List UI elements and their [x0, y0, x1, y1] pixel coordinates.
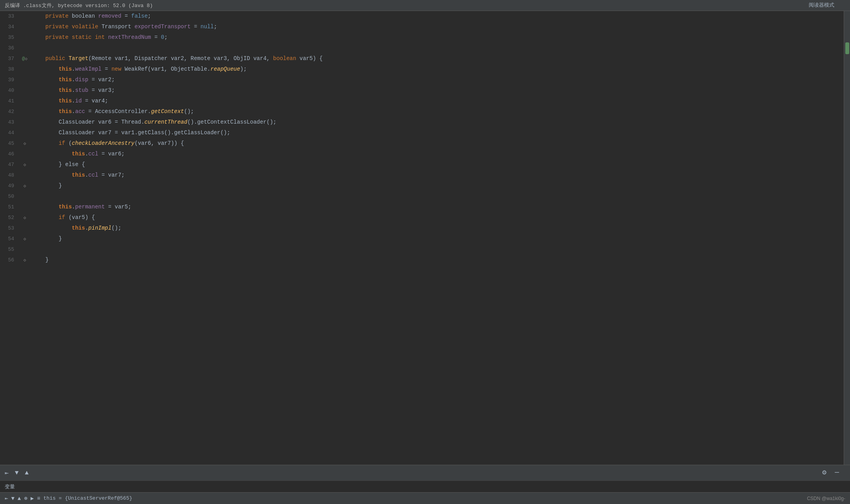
- debug-label: 变量: [5, 483, 15, 490]
- line-number: 53: [0, 225, 19, 231]
- gutter: ◇: [19, 183, 31, 188]
- code-line: 37@◇ public Target(Remote var1, Dispatch…: [0, 53, 850, 64]
- code-line: 33 private boolean removed = false;: [0, 11, 850, 22]
- toolbar-icon-1[interactable]: ⇤: [5, 469, 9, 477]
- code-line: 55: [0, 244, 850, 255]
- toolbar-icon-settings[interactable]: ⚙: [822, 468, 826, 477]
- code-line: 40 this.stub = var3;: [0, 85, 850, 96]
- fold-icon[interactable]: ◇: [24, 162, 26, 167]
- status-icon-5[interactable]: ▶: [31, 495, 34, 502]
- code-content: this.ccl = var7;: [31, 170, 850, 181]
- code-content: private static int nextThreadNum = 0;: [31, 32, 850, 43]
- bottom-toolbar: ⇤ ▼ ▲ ⚙ ─: [0, 465, 850, 480]
- code-line: 53 this.pinImpl();: [0, 223, 850, 234]
- code-content: this.pinImpl();: [31, 223, 850, 234]
- line-number: 47: [0, 162, 19, 168]
- code-line: 56◇ }: [0, 255, 850, 265]
- title-text: 反编译 .class文件, bytecode version: 52.0 (Ja…: [5, 2, 153, 9]
- line-number: 33: [0, 13, 19, 19]
- code-content: public Target(Remote var1, Dispatcher va…: [31, 53, 850, 64]
- status-user-text: CSDN @wa1ki0g-: [807, 496, 845, 501]
- line-number: 49: [0, 183, 19, 189]
- code-line: 54◇ }: [0, 234, 850, 244]
- gutter: ◇: [19, 215, 31, 220]
- code-content: this.permanent = var5;: [31, 202, 850, 212]
- gutter: ◇: [19, 257, 31, 263]
- code-line: 46 this.ccl = var6;: [0, 149, 850, 159]
- gutter: ◇: [19, 141, 31, 146]
- fold-icon[interactable]: ◇: [25, 56, 27, 61]
- code-line: 41 this.id = var4;: [0, 96, 850, 106]
- line-number: 42: [0, 109, 19, 115]
- line-number: 45: [0, 141, 19, 146]
- status-bar: ⇤ ▼ ▲ ⊕ ▶ ≡ this = {UnicastServerRef@565…: [0, 492, 850, 504]
- line-number: 48: [0, 172, 19, 178]
- line-number: 37: [0, 56, 19, 62]
- toolbar-icon-2[interactable]: ▼: [15, 469, 19, 477]
- code-line: 47◇ } else {: [0, 159, 850, 170]
- code-line: 36: [0, 43, 850, 53]
- breakpoint-icon[interactable]: @: [22, 56, 25, 62]
- gutter: ◇: [19, 162, 31, 167]
- line-number: 55: [0, 247, 19, 252]
- scrollbar[interactable]: [844, 11, 850, 465]
- gutter: @◇: [19, 56, 31, 62]
- fold-icon[interactable]: ◇: [24, 215, 26, 220]
- code-content: }: [31, 255, 850, 265]
- fold-icon[interactable]: ◇: [24, 257, 26, 263]
- code-content: ClassLoader var6 = Thread.currentThread(…: [31, 117, 850, 128]
- status-left: ⇤ ▼ ▲ ⊕ ▶ ≡ this = {UnicastServerRef@565…: [5, 495, 132, 502]
- code-line: 52◇ if (var5) {: [0, 212, 850, 223]
- status-right: CSDN @wa1ki0g-: [807, 496, 845, 501]
- line-number: 43: [0, 119, 19, 125]
- code-line: 39 this.disp = var2;: [0, 75, 850, 85]
- code-line: 35 private static int nextThreadNum = 0;: [0, 32, 850, 43]
- line-number: 41: [0, 98, 19, 104]
- line-number: 38: [0, 66, 19, 72]
- fold-icon[interactable]: ◇: [24, 141, 26, 146]
- code-content: this.acc = AccessController.getContext()…: [31, 106, 850, 117]
- status-icon-3[interactable]: ▲: [18, 495, 21, 502]
- code-content: this.id = var4;: [31, 96, 850, 106]
- status-icon-4[interactable]: ⊕: [24, 495, 27, 502]
- status-icon-6[interactable]: ≡: [37, 495, 40, 502]
- fold-icon[interactable]: ◇: [24, 236, 26, 241]
- scrollbar-thumb[interactable]: [845, 42, 849, 54]
- code-content: }: [31, 234, 850, 244]
- code-line: 49◇ }: [0, 181, 850, 191]
- code-line: 48 this.ccl = var7;: [0, 170, 850, 181]
- code-content: } else {: [31, 159, 850, 170]
- reader-mode-button[interactable]: 阅读器模式: [809, 2, 834, 9]
- code-content: if (checkLoaderAncestry(var6, var7)) {: [31, 138, 850, 149]
- line-number: 56: [0, 257, 19, 263]
- code-line: 44 ClassLoader var7 = var1.getClass().ge…: [0, 128, 850, 138]
- status-icon-2[interactable]: ▼: [11, 495, 14, 502]
- code-line: 34 private volatile Transport exportedTr…: [0, 22, 850, 32]
- gutter: ◇: [19, 236, 31, 241]
- editor-area: 33 private boolean removed = false;34 pr…: [0, 11, 850, 465]
- code-content: this.disp = var2;: [31, 75, 850, 85]
- line-number: 46: [0, 151, 19, 157]
- code-line: 51 this.permanent = var5;: [0, 202, 850, 212]
- title-bar: 反编译 .class文件, bytecode version: 52.0 (Ja…: [0, 0, 850, 11]
- toolbar-icon-minimize[interactable]: ─: [835, 469, 839, 477]
- code-line: 43 ClassLoader var6 = Thread.currentThre…: [0, 117, 850, 128]
- code-lines: 33 private boolean removed = false;34 pr…: [0, 11, 850, 465]
- toolbar-icon-3[interactable]: ▲: [25, 469, 29, 477]
- code-content: ClassLoader var7 = var1.getClass().getCl…: [31, 128, 850, 138]
- code-content: this.ccl = var6;: [31, 149, 850, 159]
- line-number: 40: [0, 88, 19, 93]
- fold-icon[interactable]: ◇: [24, 183, 26, 188]
- line-number: 51: [0, 204, 19, 210]
- status-icon-1[interactable]: ⇤: [5, 495, 8, 502]
- code-content: this.stub = var3;: [31, 85, 850, 96]
- line-number: 36: [0, 45, 19, 51]
- code-line: 50: [0, 191, 850, 202]
- code-content: }: [31, 181, 850, 191]
- line-number: 35: [0, 35, 19, 40]
- debug-panel: 变量: [0, 480, 850, 492]
- code-content: private boolean removed = false;: [31, 11, 850, 22]
- line-number: 54: [0, 236, 19, 242]
- code-content: private volatile Transport exportedTrans…: [31, 22, 850, 32]
- line-number: 39: [0, 77, 19, 83]
